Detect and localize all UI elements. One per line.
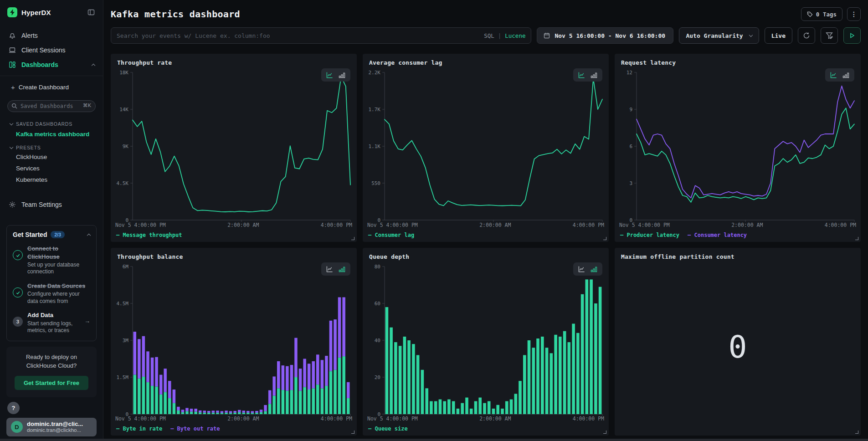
granularity-dropdown[interactable]: Auto Granularity [679, 27, 759, 44]
sidebar-item-kubernetes[interactable]: Kubernetes [6, 174, 97, 185]
bar [528, 340, 531, 414]
hyperdx-logo-icon [7, 7, 17, 17]
y-tick-label: 4.5K [117, 180, 129, 186]
panel-throughput-rate: Throughput rate 04.5K9K14K18K Nov 5 4:00… [111, 54, 357, 242]
x-tick-label: Nov 5 4:00:00 PM [367, 415, 418, 422]
check-circle-icon [13, 250, 23, 260]
get-started-step-3[interactable]: 3 Add Data Start sending logs, metrics, … [13, 311, 90, 334]
bar [399, 346, 402, 414]
bar [447, 399, 451, 414]
bar [474, 401, 478, 414]
chevron-up-icon[interactable] [92, 61, 95, 68]
get-started-header[interactable]: Get Started 2/3 [13, 231, 90, 238]
line-series [133, 77, 350, 212]
help-button[interactable]: ? [7, 402, 20, 414]
line-chart-toggle-button[interactable] [578, 72, 585, 78]
legend-item[interactable]: — Byte out rate [170, 426, 220, 432]
step-subtitle: Configure where your data comes from [27, 291, 90, 305]
y-tick-label: 4.5M [117, 301, 129, 307]
line-chart-toggle-button[interactable] [326, 72, 333, 78]
bar-chart-toggle-button[interactable] [591, 266, 597, 272]
bar [177, 410, 180, 414]
sidebar-item-label: Dashboards [21, 61, 58, 68]
saved-dashboards-search: ⌘K [7, 100, 96, 112]
legend-item[interactable]: — Consumer latency [688, 232, 747, 238]
bar [233, 412, 236, 414]
sidebar-item-services[interactable]: Services [6, 163, 97, 174]
event-search-input[interactable] [117, 32, 484, 39]
panel-resize-handle[interactable] [351, 237, 354, 240]
get-started-free-button[interactable]: Get Started for Free [15, 376, 88, 390]
legend-item[interactable]: — Queue size [368, 426, 408, 432]
chart-svg: 05501.1K1.7K2.2K [364, 68, 608, 222]
step-subtitle: Start sending logs, metrics, or traces [27, 320, 80, 334]
x-tick-label: 4:00:00 PM [573, 415, 604, 422]
panel-resize-handle[interactable] [603, 237, 606, 240]
panel-resize-handle[interactable] [603, 431, 606, 434]
filter-button[interactable] [821, 27, 838, 44]
refresh-icon [803, 32, 810, 39]
run-query-button[interactable] [843, 27, 861, 44]
get-started-step-2[interactable]: Create Data Sources Configure where your… [13, 282, 90, 305]
bar [470, 408, 473, 414]
panel-resize-handle[interactable] [855, 431, 858, 434]
bar [478, 397, 482, 414]
horizontal-scrollbar[interactable] [0, 439, 868, 441]
sidebar-item-client-sessions[interactable]: Client Sessions [6, 44, 97, 56]
bar [439, 399, 442, 414]
section-saved-dashboards[interactable]: SAVED DASHBOARDS [10, 121, 96, 127]
line-chart-toggle-button[interactable] [830, 72, 837, 78]
panel-resize-handle[interactable] [351, 431, 354, 434]
date-range-value: Nov 5 16:00:00 - Nov 6 16:00:00 [555, 32, 665, 39]
create-dashboard-button[interactable]: + Create Dashboard [6, 82, 97, 93]
line-chart-toggle-button[interactable] [578, 266, 585, 272]
page-title: Kafka metrics dashboard [111, 9, 240, 20]
chart-canvas: 036912 [616, 68, 860, 222]
sidebar-item-alerts[interactable]: Alerts [6, 29, 97, 42]
date-range-picker[interactable]: Nov 5 16:00:00 - Nov 6 16:00:00 [537, 27, 673, 44]
panel-title: Throughput balance [117, 253, 183, 260]
user-menu[interactable]: D dominic.tran@clic... dominic.tran@clic… [6, 418, 97, 436]
bar [501, 408, 504, 414]
bar [138, 339, 141, 378]
panel-resize-handle[interactable] [855, 237, 858, 240]
sidebar-collapse-button[interactable] [87, 8, 96, 17]
sidebar-item-team-settings[interactable]: Team Settings [6, 198, 97, 211]
sidebar-item-dashboards[interactable]: Dashboards [6, 58, 97, 71]
bar [541, 336, 544, 414]
bar-chart-toggle-button[interactable] [339, 72, 345, 78]
sidebar-item-kafka-dashboard[interactable]: Kafka metrics dashboard [6, 127, 97, 138]
dashboard-menu-button[interactable]: ⋮ [847, 7, 861, 21]
x-axis-labels: Nov 5 4:00:00 PM2:00:00 AM4:00:00 PM [111, 415, 357, 422]
section-presets[interactable]: PRESETS [10, 145, 96, 150]
lucene-toggle[interactable]: Lucene [505, 32, 525, 39]
tags-button[interactable]: 0 Tags [801, 7, 842, 21]
sql-toggle[interactable]: SQL [484, 32, 494, 39]
bar-chart-toggle-button[interactable] [842, 72, 849, 78]
bar [286, 390, 289, 414]
bar-chart-toggle-button[interactable] [339, 266, 345, 272]
bar [483, 403, 486, 414]
live-button[interactable]: Live [765, 27, 792, 44]
preset-list: ClickHouse Services Kubernetes [6, 151, 97, 185]
legend-item[interactable]: — Consumer lag [368, 232, 414, 238]
get-started-step-1[interactable]: Connect to ClickHouse Set up your databa… [13, 245, 90, 276]
x-tick-label: 4:00:00 PM [321, 222, 352, 228]
y-tick-label: 6 [629, 144, 632, 149]
refresh-button[interactable] [798, 27, 815, 44]
bar-chart-toggle-button[interactable] [591, 72, 597, 78]
bar [338, 357, 341, 414]
bar [282, 390, 285, 414]
y-tick-label: 1.5M [117, 374, 129, 380]
legend-item[interactable]: — Message throughput [116, 232, 182, 238]
sidebar-item-clickhouse[interactable]: ClickHouse [6, 151, 97, 163]
line-chart-toggle-button[interactable] [326, 266, 333, 272]
bar [277, 361, 280, 388]
bar [299, 369, 302, 391]
sidebar-item-label: Client Sessions [21, 46, 66, 54]
legend-item[interactable]: — Producer latency [620, 232, 679, 238]
bar [251, 411, 254, 413]
bar [407, 340, 411, 414]
bar [452, 401, 455, 414]
legend-item[interactable]: — Byte in rate [116, 426, 162, 432]
